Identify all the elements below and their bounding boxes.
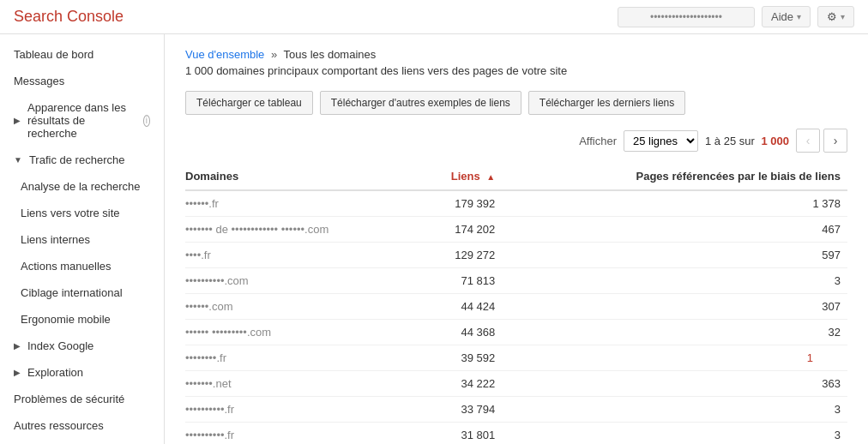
pagination-nav: ‹ ›	[796, 129, 847, 153]
sidebar-item-exploration[interactable]: ▶ Exploration	[0, 359, 164, 386]
help-button[interactable]: Aide ▾	[762, 6, 811, 27]
lines-select[interactable]: 25 lignes 10 lignes 50 lignes	[624, 130, 698, 152]
breadcrumb-separator: »	[271, 48, 277, 61]
settings-button[interactable]: ⚙ ▾	[817, 6, 854, 27]
sort-arrow-icon: ▲	[486, 172, 495, 182]
domain-cell: ••••••.com	[185, 294, 412, 320]
pages-cell: 3	[529, 423, 847, 445]
liens-cell: 174 202	[412, 217, 530, 243]
sidebar-item-ergonomie[interactable]: Ergonomie mobile	[0, 306, 164, 333]
liens-cell: 129 272	[412, 243, 530, 268]
table-row: ••••••.fr179 3921 378	[185, 190, 847, 217]
action-buttons: Télécharger ce tableau Télécharger d'aut…	[185, 91, 847, 115]
sidebar-label: Apparence dans les résultats de recherch…	[27, 101, 136, 140]
sidebar-label: Autres ressources	[14, 419, 104, 432]
sidebar-item-index-google[interactable]: ▶ Index Google	[0, 333, 164, 359]
download-examples-button[interactable]: Télécharger d'autres exemples de liens	[320, 91, 521, 115]
domain-cell: ••••••.fr	[185, 190, 412, 217]
pagination-range: 1 à 25 sur	[705, 135, 755, 147]
col-domaines: Domaines	[185, 163, 412, 190]
sidebar-item-messages[interactable]: Messages	[0, 68, 164, 94]
sidebar-item-liens-internes[interactable]: Liens internes	[0, 226, 164, 253]
sidebar-label: Index Google	[27, 339, 93, 352]
header: Search Console •••••••••••••••••••• Aide…	[0, 0, 868, 34]
domain-cell: •••••• •••••••••.com	[185, 320, 412, 345]
liens-cell: 33 794	[412, 397, 530, 423]
pagination-info: 1 à 25 sur 1 000	[705, 135, 789, 147]
sidebar-label: Exploration	[27, 366, 83, 379]
liens-cell: 44 424	[412, 294, 530, 320]
table-row: ••••••••••.com71 8133	[185, 268, 847, 294]
table-row: •••••••.net34 222363	[185, 371, 847, 397]
pages-cell: 363	[529, 371, 847, 397]
sidebar-label: Problèmes de sécurité	[14, 393, 124, 405]
sidebar-item-analyse[interactable]: Analyse de la recherche	[0, 173, 164, 200]
sidebar-item-ciblage[interactable]: Ciblage international	[0, 279, 164, 306]
help-chevron-icon: ▾	[797, 12, 801, 21]
sidebar-item-liens-vers[interactable]: Liens vers votre site	[0, 200, 164, 226]
domain-cell: ••••••••.fr	[185, 345, 412, 371]
table-row: ••••••••.fr39 5921	[185, 345, 847, 371]
sidebar-item-trafic[interactable]: ▼ Trafic de recherche	[0, 147, 164, 173]
sidebar-label: Ergonomie mobile	[21, 313, 111, 326]
expanded-arrow-icon: ▼	[14, 155, 22, 165]
pages-cell: 307	[529, 294, 847, 320]
collapsed-arrow-icon: ▶	[14, 341, 21, 351]
sidebar: Tableau de bord Messages ▶ Apparence dan…	[0, 34, 165, 444]
breadcrumb-link[interactable]: Vue d'ensemble	[185, 48, 264, 61]
sidebar-item-tableau-de-bord[interactable]: Tableau de bord	[0, 41, 164, 68]
pages-cell: 597	[529, 243, 847, 268]
table-row: ••••••.com44 424307	[185, 294, 847, 320]
table-row: ••••.fr129 272597	[185, 243, 847, 268]
sidebar-label: Actions manuelles	[21, 260, 112, 273]
sidebar-item-autres[interactable]: Autres ressources	[0, 412, 164, 439]
table-row: •••••• •••••••••.com44 36832	[185, 320, 847, 345]
table-row: ••••••• de •••••••••••• ••••••.com174 20…	[185, 217, 847, 243]
domain-cell: ••••••••••.com	[185, 268, 412, 294]
table-row: ••••••••••.fr31 8013	[185, 423, 847, 445]
domain-cell: ••••••••••.fr	[185, 397, 412, 423]
collapsed-arrow-icon: ▶	[14, 116, 21, 125]
breadcrumb-current: Tous les domaines	[284, 48, 377, 61]
prev-page-button[interactable]: ‹	[796, 129, 820, 153]
domain-cell: •••••••.net	[185, 371, 412, 397]
help-label: Aide	[771, 10, 793, 23]
liens-cell: 44 368	[412, 320, 530, 345]
pages-cell: 1	[529, 345, 847, 371]
download-latest-button[interactable]: Télécharger les derniers liens	[528, 91, 685, 115]
table-row: ••••••••••.fr33 7943	[185, 397, 847, 423]
pages-cell: 1 378	[529, 190, 847, 217]
liens-cell: 71 813	[412, 268, 530, 294]
sidebar-item-actions-manuelles[interactable]: Actions manuelles	[0, 253, 164, 279]
sidebar-item-securite[interactable]: Problèmes de sécurité	[0, 386, 164, 412]
sidebar-item-apparence[interactable]: ▶ Apparence dans les résultats de recher…	[0, 94, 164, 147]
pagination-total: 1 000	[761, 135, 789, 147]
sidebar-label: Tableau de bord	[14, 48, 93, 61]
settings-chevron-icon: ▾	[841, 12, 845, 21]
pages-cell: 467	[529, 217, 847, 243]
domain-cell: ••••••• de •••••••••••• ••••••.com	[185, 217, 412, 243]
col-liens[interactable]: Liens ▲	[412, 163, 530, 190]
info-icon: i	[143, 115, 150, 127]
collapsed-arrow-icon: ▶	[14, 368, 21, 377]
main-content: Vue d'ensemble » Tous les domaines 1 000…	[165, 34, 868, 444]
liens-cell: 179 392	[412, 190, 530, 217]
gear-icon: ⚙	[827, 10, 837, 23]
liens-cell: 31 801	[412, 423, 530, 445]
sidebar-label: Liens vers votre site	[21, 207, 120, 219]
sidebar-label: Messages	[14, 75, 64, 87]
pages-cell: 32	[529, 320, 847, 345]
page-subtitle: 1 000 domaines principaux comportant des…	[185, 64, 847, 77]
pagination-row: Afficher 25 lignes 10 lignes 50 lignes 1…	[185, 129, 847, 153]
breadcrumb: Vue d'ensemble » Tous les domaines	[185, 48, 847, 61]
pages-cell: 3	[529, 397, 847, 423]
header-controls: •••••••••••••••••••• Aide ▾ ⚙ ▾	[618, 6, 854, 27]
download-table-button[interactable]: Télécharger ce tableau	[185, 91, 313, 115]
sidebar-label: Liens internes	[21, 233, 90, 246]
account-selector[interactable]: ••••••••••••••••••••	[618, 7, 755, 27]
account-email: ••••••••••••••••••••	[650, 11, 722, 23]
domains-table: Domaines Liens ▲ Pages référencées par l…	[185, 163, 847, 444]
sidebar-label: Ciblage international	[21, 286, 123, 299]
afficher-label: Afficher	[579, 135, 617, 147]
next-page-button[interactable]: ›	[823, 129, 847, 153]
